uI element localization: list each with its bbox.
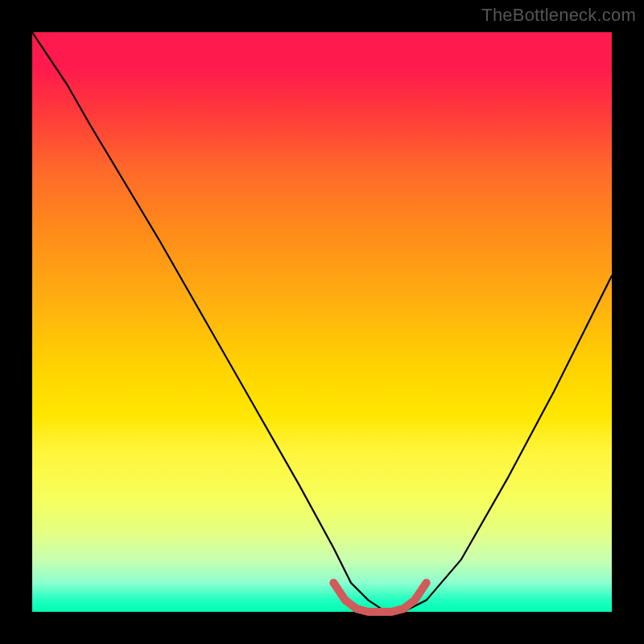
- curve-svg: [32, 32, 612, 612]
- plot-area: [32, 32, 612, 612]
- watermark-text: TheBottleneck.com: [481, 5, 636, 26]
- bottleneck-curve: [32, 32, 612, 612]
- chart-frame: TheBottleneck.com: [0, 0, 644, 644]
